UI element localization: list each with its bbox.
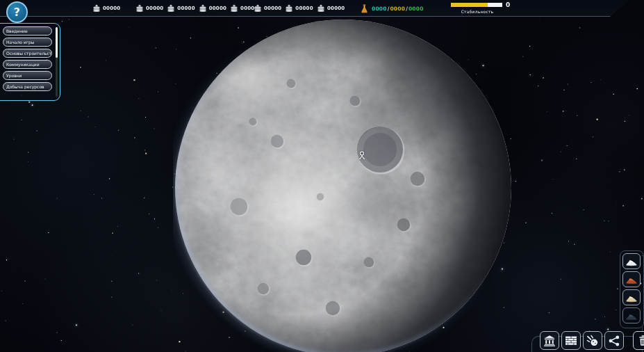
mineral-toolbar: [622, 253, 641, 323]
resource-value: 00000: [327, 6, 345, 11]
resource-stack-icon: [285, 4, 293, 13]
science-separator: /: [388, 6, 390, 12]
tutorial-menu-item[interactable]: Введение: [3, 26, 52, 35]
mineral-pile-icon: [625, 292, 638, 303]
tutorial-menu-item[interactable]: Основы строительства: [3, 49, 52, 58]
tutorial-menu-item[interactable]: Уровни: [3, 71, 52, 80]
tutorial-menu: Введение Начало игры Основы строительств…: [0, 26, 60, 91]
tutorial-scrollbar-thumb[interactable]: [56, 27, 58, 58]
tutorial-scrollbar[interactable]: [56, 27, 58, 97]
bottom-toolbar: [540, 331, 644, 350]
tutorial-menu-item[interactable]: Начало игры: [3, 38, 52, 47]
science-value: 0000: [390, 6, 405, 12]
resource-counter: 00000: [285, 4, 313, 13]
resource-value: 00000: [264, 6, 281, 11]
resource-counter: 00000: [167, 4, 195, 13]
resource-stack-icon: [317, 4, 325, 13]
meteor-icon: [586, 335, 599, 347]
science-values: 0000 /0000 /0000: [372, 6, 424, 12]
resource-stack-icon: [199, 4, 207, 13]
demolish-button[interactable]: [633, 331, 644, 350]
resource-stack-icon: [167, 4, 175, 13]
science-separator: /: [406, 6, 408, 12]
resource-counter: 00000: [317, 4, 345, 13]
mineral-button[interactable]: [622, 271, 641, 287]
mineral-button[interactable]: [622, 289, 641, 305]
bricks-button[interactable]: [561, 331, 581, 350]
share-button[interactable]: [604, 331, 624, 350]
help-button[interactable]: ?: [6, 1, 28, 23]
bricks-icon: [565, 335, 577, 347]
resource-stack-icon: [135, 4, 144, 13]
moon-planet[interactable]: [173, 17, 513, 352]
lander-marker-icon: [357, 150, 367, 160]
resource-counter-group-4: 00000: [317, 0, 345, 17]
resource-counter-group-3: 00000 00000: [254, 0, 313, 17]
resource-stack-icon: [92, 4, 101, 13]
mineral-pile-icon: [625, 310, 638, 321]
resource-value: 00000: [209, 6, 226, 11]
share-icon: [608, 335, 620, 347]
moon-surface-marker[interactable]: [357, 150, 367, 163]
resource-stack-icon: [230, 4, 238, 13]
game-screen: 00000 00000: [0, 0, 644, 352]
tutorial-panel: Введение Начало игры Основы строительств…: [0, 23, 60, 101]
resource-counter: 00000: [135, 4, 163, 13]
resource-value: 00000: [103, 6, 120, 11]
mineral-button[interactable]: [622, 307, 641, 323]
resource-counter-group-2: 00000 00000 00000: [135, 0, 258, 17]
tutorial-menu-item[interactable]: Добыча ресурсов: [3, 82, 52, 91]
resource-counter: 00000: [92, 4, 120, 13]
stability-value: 0: [506, 2, 510, 8]
stability-widget: 0 Стабильность: [450, 2, 517, 14]
mineral-pile-icon: [625, 274, 638, 285]
building-button[interactable]: [540, 331, 559, 350]
resource-counter-group-1: 00000: [92, 0, 120, 17]
resource-value: 00000: [295, 6, 313, 11]
stability-label: Стабильность: [450, 9, 504, 14]
resource-counter: 00000: [199, 4, 226, 13]
mineral-pile-icon: [625, 256, 638, 266]
stability-bar: [450, 2, 503, 8]
resource-value: 00000: [146, 6, 163, 11]
mineral-button[interactable]: [622, 253, 641, 269]
stability-fill: [451, 3, 488, 7]
resource-counter: 00000: [254, 4, 281, 13]
meteor-button[interactable]: [583, 331, 602, 350]
building-icon: [543, 335, 556, 347]
science-value: 0000: [372, 6, 387, 12]
tutorial-menu-item[interactable]: Коммуникации: [3, 60, 52, 69]
science-counter: 0000 /0000 /0000: [361, 0, 424, 17]
flask-icon: [361, 4, 368, 13]
trash-icon: [637, 335, 644, 346]
science-value: 0000: [408, 6, 424, 12]
resource-stack-icon: [254, 4, 262, 13]
resource-value: 00000: [177, 6, 195, 11]
